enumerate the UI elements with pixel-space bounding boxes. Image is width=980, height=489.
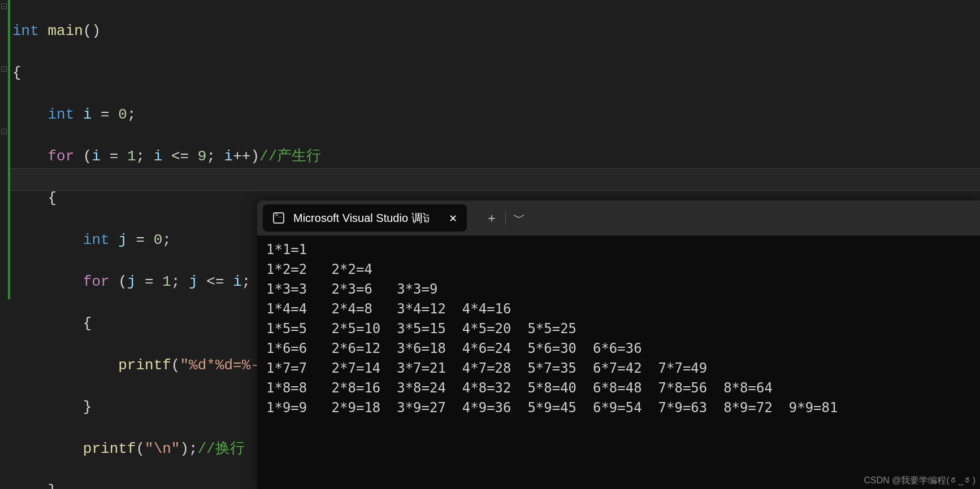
fold-icon[interactable]: - [1,3,7,9]
new-tab-button[interactable]: ＋ [478,204,505,232]
terminal-icon [273,212,284,224]
terminal-actions: ＋ ﹀ [478,204,533,232]
watermark: CSDN @我要学编程(ಥ_ಥ) [864,475,975,487]
fold-icon[interactable]: - [1,129,7,134]
fold-icon[interactable]: - [1,66,7,72]
terminal-window: Microsoft Visual Studio 调试控 ✕ ＋ ﹀ 1*1=1 … [257,200,980,489]
fold-gutter: - - - [0,0,8,489]
close-icon[interactable]: ✕ [449,211,457,226]
terminal-tab[interactable]: Microsoft Visual Studio 调试控 ✕ [263,204,467,232]
change-marker [8,0,10,299]
tab-dropdown-button[interactable]: ﹀ [506,204,533,232]
terminal-tabbar: Microsoft Visual Studio 调试控 ✕ ＋ ﹀ [257,200,980,235]
terminal-tab-title: Microsoft Visual Studio 调试控 [293,211,429,226]
terminal-output[interactable]: 1*1=1 1*2=2 2*2=4 1*3=3 2*3=6 3*3=9 1*4=… [257,235,980,422]
